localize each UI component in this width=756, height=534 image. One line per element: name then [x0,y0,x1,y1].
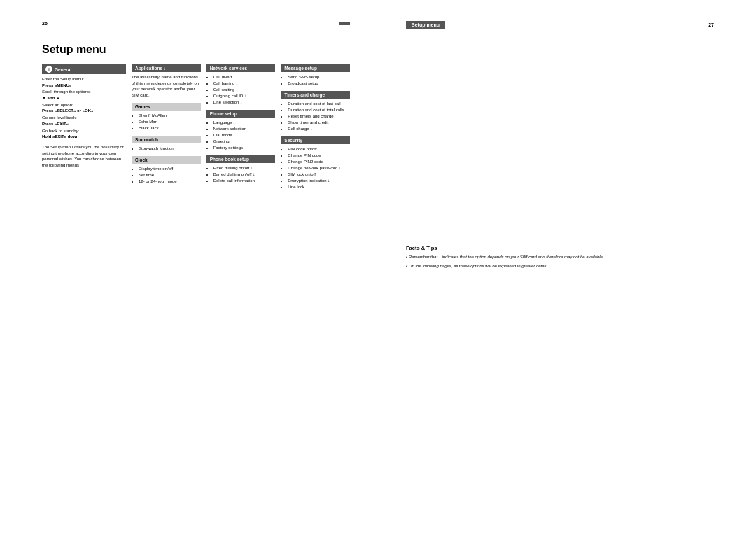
left-header-title [339,22,350,25]
games-header: Games [132,103,201,111]
right-page: Setup menu 27 Facts & Tips • Remember th… [378,0,756,534]
applications-section: Applications ↓ The availability, name an… [132,64,201,99]
col-2: Network services Call divert ↓ Call barr… [206,64,276,195]
applications-header: Applications ↓ [132,64,201,72]
game-2: Echo Man [139,119,200,125]
ps-2: Network selection [214,126,274,132]
col-1: Applications ↓ The availability, name an… [132,64,201,195]
network-services-header: Network services [206,64,276,72]
timers-charge-content: Duration and cost of last call Duration … [281,101,350,132]
security-content: PIN code on/off Change PIN code Change P… [281,146,350,190]
sec-3: Change PIN2 code [288,159,349,165]
timers-charge-list: Duration and cost of last call Duration … [282,101,349,132]
right-content: Facts & Tips • Remember that ↓ indicates… [406,245,714,269]
phone-setup-content: Language ↓ Network selection Dial mode G… [206,120,276,151]
clock-label: Clock [135,157,148,162]
ns-1: Call divert ↓ [214,74,274,80]
general-header-label: General [55,67,71,72]
general-section: i General Enter the Setup menu:Press »ME… [42,64,126,169]
sec-7: Line lock ↓ [288,184,349,190]
phone-book-setup-list: Fixed dialling on/off ↓ Barred dialling … [208,165,274,184]
tc-3: Reset timers and charge [288,113,349,120]
facts-tips-header: Facts & Tips [406,245,714,251]
clock-header: Clock [132,156,201,164]
clock-section: Clock Display time on/off Set time 12- o… [132,156,201,185]
network-services-content: Call divert ↓ Call barring ↓ Call waitin… [206,74,276,106]
games-content: Sheriff McAllen Echo Man Black Jack [132,113,201,132]
left-page-number: 26 [42,21,48,26]
tc-4: Show timer and credit [288,120,349,126]
right-header-title: Setup menu [406,21,445,29]
clock-3: 12- or 24-hour mode [139,178,200,185]
phone-setup-list: Language ↓ Network selection Dial mode G… [208,120,274,151]
right-panels: Applications ↓ The availability, name an… [132,64,350,195]
timers-charge-label: Timers and charge [284,92,325,97]
tc-2: Duration and cost of total calls [288,107,349,113]
network-services-list: Call divert ↓ Call barring ↓ Call waitin… [208,74,274,106]
security-list: PIN code on/off Change PIN code Change P… [282,146,349,190]
sec-4: Change network password ↓ [288,165,349,171]
phone-book-setup-content: Fixed dialling on/off ↓ Barred dialling … [206,165,276,184]
clock-2: Set time [139,172,200,178]
game-3: Black Jack [139,125,200,132]
pbs-3: Delete call information [214,178,274,184]
stopwatch-header: Stopwatch [132,136,201,143]
ps-5: Factory settings [214,145,274,151]
ns-3: Call waiting ↓ [214,87,274,93]
right-header-bar: Setup menu 27 [378,21,756,29]
content-area: i General Enter the Setup menu:Press »ME… [42,64,350,195]
security-section: Security PIN code on/off Change PIN code… [281,136,350,190]
network-services-label: Network services [210,66,247,71]
instr-5: Go back to standby:Hold »EXIT« down [42,128,126,140]
stopwatch-label: Stopwatch [135,137,158,142]
pbs-2: Barred dialling on/off ↓ [214,171,274,178]
phone-setup-header: Phone setup [206,110,276,118]
facts-tips-title: Facts & Tips [406,245,437,251]
general-header: i General [42,64,126,74]
stopwatch-1: Stopwatch function [139,146,200,152]
general-bottom-text: The Setup menu offers you the possibilit… [42,144,126,169]
clock-list: Display time on/off Set time 12- or 24-h… [133,166,200,185]
facts-tip-1: • Remember that ↓ indicates that the opt… [406,254,714,260]
phone-book-setup-label: Phone book setup [210,157,249,162]
stopwatch-content: Stopwatch function [132,146,201,152]
col-3: Message setup Send SMS setup Broadcast s… [281,64,350,195]
instr-1: Enter the Setup menu:Press »MENU« [42,76,126,88]
ms-2: Broadcast setup [288,80,349,87]
message-setup-section: Message setup Send SMS setup Broadcast s… [281,64,350,87]
message-setup-content: Send SMS setup Broadcast setup [281,74,350,87]
ns-5: Line selection ↓ [214,99,274,106]
sec-6: Encryption indication ↓ [288,178,349,184]
applications-label: Applications ↓ [135,66,166,71]
tc-5: Call charge ↓ [288,126,349,132]
timers-charge-header: Timers and charge [281,91,350,99]
left-header-bar: 26 [0,21,378,26]
sec-5: SIM lock on/off [288,171,349,178]
instr-4: Go one level back:Press »EXIT« [42,115,126,127]
tc-1: Duration and cost of last call [288,101,349,107]
ps-3: Dial mode [214,132,274,139]
facts-tips-content: • Remember that ↓ indicates that the opt… [406,254,714,269]
network-services-section: Network services Call divert ↓ Call barr… [206,64,276,106]
general-icon: i [46,66,52,73]
facts-tips-container: Facts & Tips • Remember that ↓ indicates… [406,245,714,269]
clock-content: Display time on/off Set time 12- or 24-h… [132,166,201,185]
page-title: Setup menu [42,43,350,56]
left-page: 26 Setup menu i General Enter the Setup … [0,0,378,534]
games-section: Games Sheriff McAllen Echo Man Black Jac… [132,103,201,132]
game-1: Sheriff McAllen [139,113,200,119]
ps-1: Language ↓ [214,120,274,126]
sec-2: Change PIN code [288,153,349,159]
left-panel: i General Enter the Setup menu:Press »ME… [42,64,126,195]
stopwatch-list: Stopwatch function [133,146,200,152]
games-label: Games [135,104,150,109]
ps-4: Greeting [214,139,274,145]
ns-2: Call barring ↓ [214,80,274,87]
message-setup-label: Message setup [284,66,317,71]
right-page-number: 27 [708,22,714,27]
instr-3: Select an option:Press »SELECT« or »OK« [42,102,126,114]
stopwatch-section: Stopwatch Stopwatch function [132,136,201,152]
timers-charge-section: Timers and charge Duration and cost of l… [281,91,350,132]
games-list: Sheriff McAllen Echo Man Black Jack [133,113,200,132]
ms-1: Send SMS setup [288,74,349,80]
